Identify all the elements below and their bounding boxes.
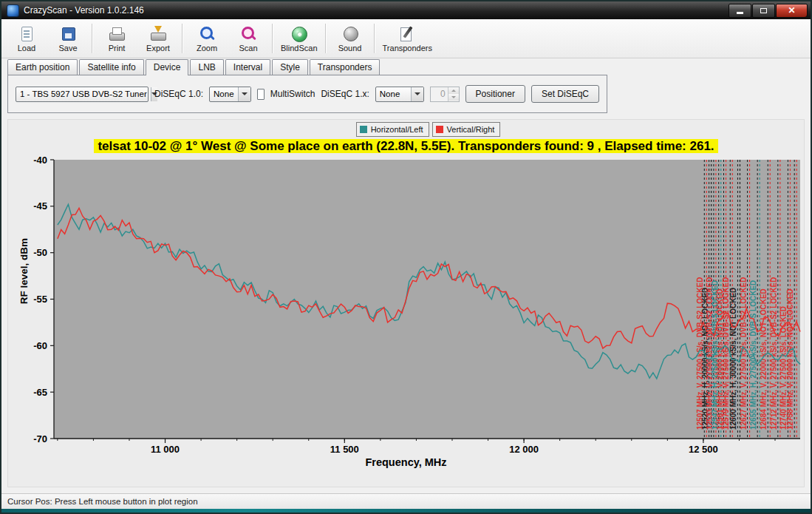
cursor-position-status: Cursor Pos: Press Left mouse button in p… — [7, 497, 198, 506]
diseqc10-select-value: None — [214, 89, 234, 98]
chevron-down-icon — [451, 96, 456, 98]
transponders-icon — [398, 25, 417, 43]
toolbar-save-button[interactable]: Save — [47, 24, 89, 54]
legend-label-vertical: Vertical/Right — [447, 125, 495, 134]
tab-interval[interactable]: Interval — [225, 59, 270, 75]
horizontal-series-swatch — [360, 126, 367, 133]
stepper-up-button[interactable] — [448, 87, 459, 94]
maximize-button[interactable] — [752, 4, 775, 18]
tab-style[interactable]: Style — [272, 59, 308, 75]
chart-title-text: telsat 10-02 @ 1° West @ Some place on e… — [94, 139, 717, 153]
svg-text:-65: -65 — [33, 387, 47, 398]
diseqc1x-select[interactable]: None — [375, 87, 424, 102]
tab-lnb[interactable]: LNB — [190, 59, 223, 75]
toolbar-load-label: Load — [18, 44, 35, 53]
svg-text:11 000: 11 000 — [151, 444, 180, 453]
tuner-select[interactable]: 1 - TBS 5927 USB DVB-S2 Tuner — [16, 87, 149, 102]
window-bottom-edge — [1, 509, 811, 513]
diseqc10-label: DiSEqC 1.0: — [154, 89, 203, 99]
toolbar-blindscan-button[interactable]: BlindScan — [276, 24, 322, 54]
multiswitch-checkbox[interactable] — [257, 89, 265, 100]
set-diseqc-button[interactable]: Set DiSEqC — [531, 85, 599, 103]
stepper-down-button[interactable] — [448, 94, 459, 101]
export-icon — [149, 25, 168, 43]
load-icon — [17, 25, 36, 43]
toolbar-export-button[interactable]: Export — [137, 24, 179, 54]
svg-text:12 000: 12 000 — [509, 444, 539, 453]
toolbar-scan-button[interactable]: Scan — [228, 24, 269, 54]
status-bar: Cursor Pos: Press Left mouse button in p… — [1, 493, 811, 509]
tab-device[interactable]: Device — [146, 59, 189, 75]
scan-icon — [239, 25, 258, 43]
tab-satellite-info[interactable]: Satellite info — [79, 59, 143, 75]
tab-transponders[interactable]: Transponders — [310, 59, 381, 75]
tab-bar: Earth position Satellite info Device LNB… — [1, 58, 811, 75]
position-stepper-value: 0 — [431, 87, 448, 101]
toolbar-sound-label: Sound — [338, 44, 362, 53]
toolbar-export-label: Export — [146, 44, 170, 53]
toolbar-separator — [374, 24, 375, 53]
toolbar-sound-button[interactable]: Sound — [330, 24, 371, 54]
maximize-icon — [760, 8, 767, 13]
svg-text:-40: -40 — [33, 156, 47, 166]
legend-item-vertical[interactable]: Vertical/Right — [432, 122, 501, 137]
toolbar: Load Save Print Export Zoom Scan BlindSc… — [1, 19, 811, 58]
toolbar-zoom-label: Zoom — [197, 44, 217, 53]
close-icon: ✕ — [788, 5, 795, 16]
toolbar-load-button[interactable]: Load — [6, 24, 47, 54]
print-icon — [107, 25, 126, 43]
minimize-icon — [737, 12, 743, 14]
diseqc1x-label: DiSEqC 1.x: — [321, 89, 369, 99]
toolbar-separator — [92, 24, 93, 53]
diseqc10-select[interactable]: None — [209, 87, 251, 102]
svg-text:12 500: 12 500 — [689, 444, 718, 453]
save-icon — [58, 25, 78, 43]
y-axis-label: RF level, dBm — [18, 238, 30, 304]
chart-title: telsat 10-02 @ 1° West @ Some place on e… — [8, 137, 804, 156]
spectrum-chart-region: Horizontal/Left Vertical/Right telsat 10… — [7, 119, 805, 487]
close-button[interactable]: ✕ — [776, 4, 808, 18]
toolbar-transponders-button[interactable]: Transponders — [378, 24, 437, 54]
chevron-down-icon — [242, 92, 248, 95]
toolbar-separator — [272, 24, 273, 53]
diseqc10-select-arrow[interactable] — [238, 87, 250, 101]
toolbar-print-label: Print — [109, 44, 126, 53]
svg-text:-45: -45 — [33, 200, 47, 212]
toolbar-scan-label: Scan — [239, 44, 257, 53]
sound-icon — [341, 25, 360, 43]
svg-text:12684 MHz, V, 22000 kS/s, NOT: 12684 MHz, V, 22000 kS/s, NOT LOCKED — [760, 288, 768, 430]
chevron-up-icon — [451, 89, 456, 92]
toolbar-print-button[interactable]: Print — [96, 24, 137, 54]
toolbar-save-label: Save — [58, 44, 77, 53]
tab-earth-position[interactable]: Earth position — [7, 59, 78, 75]
toolbar-separator — [325, 24, 327, 53]
diseqc1x-select-arrow[interactable] — [411, 87, 423, 101]
tuner-select-value: 1 - TBS 5927 USB DVB-S2 Tuner — [20, 89, 147, 98]
position-stepper[interactable]: 0 — [430, 87, 460, 102]
spectrum-plot[interactable]: 12507 MHz, V, 27500 kS/s, DVB-S2 LOCKED1… — [8, 156, 803, 453]
toolbar-zoom-button[interactable]: Zoom — [186, 24, 228, 54]
chart-legend: Horizontal/Left Vertical/Right — [52, 122, 804, 137]
x-axis-label: Frequency, MHz — [8, 456, 804, 468]
blindscan-icon — [290, 25, 309, 43]
toolbar-blindscan-label: BlindScan — [281, 44, 318, 53]
chevron-down-icon — [414, 92, 420, 95]
svg-text:-55: -55 — [33, 294, 47, 305]
svg-text:-50: -50 — [33, 247, 47, 258]
zoom-icon — [197, 25, 216, 43]
positioner-button[interactable]: Positioner — [465, 85, 525, 103]
svg-text:12655 MHz, H, 27500 kS/s, DVB-: 12655 MHz, H, 27500 kS/s, DVB-S LOCKED — [749, 280, 757, 430]
vertical-series-swatch — [436, 126, 443, 133]
svg-text:12600 MHz, H, 30000 kS/s, NOT: 12600 MHz, H, 30000 kS/s, NOT LOCKED — [729, 288, 737, 430]
multiswitch-label: MultiSwitch — [270, 89, 315, 99]
legend-item-horizontal[interactable]: Horizontal/Left — [356, 122, 429, 137]
diseqc1x-select-value: None — [380, 89, 400, 98]
titlebar: CrazyScan - Version 1.0.2.146 ✕ — [1, 1, 811, 19]
legend-label-horizontal: Horizontal/Left — [371, 125, 423, 134]
app-icon — [7, 4, 19, 17]
app-window: CrazyScan - Version 1.0.2.146 ✕ Load Sav… — [0, 0, 812, 514]
toolbar-transponders-label: Transponders — [383, 44, 432, 53]
svg-text:12712 MHz, V, 27500 kS/s, DVB-: 12712 MHz, V, 27500 kS/s, DVB-S2 LOCKED — [770, 277, 778, 430]
minimize-button[interactable] — [729, 4, 751, 18]
svg-text:-70: -70 — [33, 433, 47, 444]
